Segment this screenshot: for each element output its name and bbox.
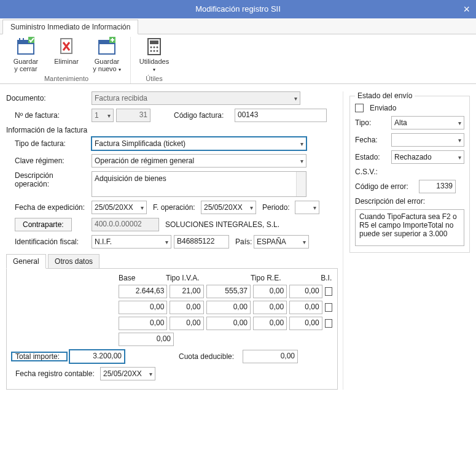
cell-tipo-re[interactable]: 0,00 [253, 285, 287, 298]
guardar-nuevo-button[interactable]: Guardary nuevo ▾ [88, 37, 125, 74]
fecha-envio-input[interactable] [391, 133, 464, 147]
svg-rect-2 [28, 37, 34, 43]
guardar-cerrar-button[interactable]: Guardary cerrar [7, 37, 44, 74]
label-codfactura: Código factura: [174, 111, 232, 120]
col-base: Base [119, 274, 163, 282]
enviado-checkbox[interactable] [355, 104, 364, 112]
label-desc-error: Descripción del error: [355, 197, 425, 206]
label-desc-op: Descripción operación: [6, 171, 89, 188]
grid-row: 0,00 0,00 0,00 0,00 0,00 [12, 301, 332, 314]
ident-num-input[interactable]: B46885122 [174, 235, 229, 249]
label-f-operacion: F. operación: [149, 203, 198, 212]
ident-tipo-select[interactable]: N.I.F. [92, 235, 171, 249]
periodo-select[interactable] [295, 201, 319, 214]
grid-row: 0,00 0,00 0,00 0,00 0,00 [12, 317, 332, 330]
label-estado-envio: Estado: [355, 153, 389, 161]
ribbon-group-mantenimiento: Guardary cerrar Eliminar Guardary nuevo … [2, 37, 131, 83]
label-fecha-reg-cont: Fecha registro contable: [12, 369, 98, 378]
documento-select[interactable]: Factura recibida [92, 91, 300, 105]
section-info-factura: Información de la factura [6, 126, 338, 134]
svg-rect-8 [150, 40, 158, 44]
f-operacion-input[interactable]: 25/05/20XX [201, 201, 256, 214]
label-clave-regimen: Clave régimen: [6, 156, 89, 165]
svg-point-9 [150, 47, 152, 48]
grid-row: 2.644,63 21,00 555,37 0,00 0,00 [12, 285, 332, 298]
ribbon-group-utiles: Utilidades▾ Útiles [131, 37, 178, 83]
subtabs: General Otros datos [6, 253, 338, 269]
cell-re[interactable]: 0,00 [289, 285, 322, 298]
scrollbar[interactable] [296, 172, 306, 196]
estado-envio-select[interactable]: Rechazado [391, 150, 464, 164]
fecha-reg-cont-input[interactable]: 25/05/20XX [100, 367, 155, 380]
calculator-icon [144, 37, 164, 56]
label-contraparte: Contraparte: [6, 218, 89, 231]
legend-estado-envio: Estado del envío [355, 91, 415, 100]
contraparte-codigo: 400.0.0.00002 [92, 218, 159, 231]
svg-point-13 [154, 50, 155, 52]
nfactura-serie-select[interactable]: 1 [92, 109, 114, 122]
svg-point-10 [154, 47, 155, 48]
tipo-factura-select[interactable]: Factura Simplificada (ticket) [92, 137, 306, 150]
contraparte-nombre: SOLUCIONES INTEGRALES, S.L. [162, 220, 279, 229]
close-icon[interactable]: × [463, 0, 470, 18]
eliminar-button[interactable]: Eliminar [48, 37, 85, 74]
label-documento: Documento: [6, 94, 89, 102]
cell-extra-base[interactable]: 0,00 [119, 333, 174, 346]
cell-bi-checkbox[interactable] [325, 319, 332, 328]
grid-general: Base Tipo I.V.A. Tipo R.E. B.I. 2.644,63… [6, 269, 338, 390]
cell-iva[interactable]: 555,37 [206, 285, 251, 298]
utilidades-button[interactable]: Utilidades▾ [136, 37, 173, 74]
label-enviado: Enviado [370, 104, 396, 112]
label-csv: C.S.V.: [355, 168, 378, 176]
cell-base[interactable]: 2.644,63 [119, 285, 167, 298]
window-titlebar: Modificación registro SII × [0, 0, 476, 18]
estado-envio-fieldset: Estado del envío Enviado Tipo: Alta Fech… [349, 91, 470, 253]
label-cuota-deducible: Cuota deducible: [179, 352, 240, 361]
ribbon-group-label-util: Útiles [136, 75, 173, 82]
svg-point-11 [157, 47, 158, 48]
desc-op-textarea[interactable]: Adquisición de bienes [92, 171, 306, 197]
cod-error-input[interactable]: 1339 [419, 180, 456, 193]
save-new-icon [97, 37, 117, 56]
total-importe-input[interactable]: 3.200,00 [69, 350, 125, 363]
col-bi: B.I. [321, 274, 332, 282]
right-column: Estado del envío Enviado Tipo: Alta Fech… [343, 91, 470, 390]
col-tipo-iva: Tipo I.V.A. [166, 274, 201, 282]
tipo-envio-select[interactable]: Alta [391, 116, 464, 129]
label-periodo: Periodo: [259, 203, 292, 212]
delete-icon [57, 37, 76, 56]
label-total-importe: Total importe: [12, 352, 67, 361]
cuota-deducible-input[interactable]: 0,00 [243, 350, 298, 363]
label-ident-fiscal: Identificación fiscal: [6, 237, 89, 246]
label-nfactura: Nº de factura: [6, 111, 89, 120]
fecha-exp-input[interactable]: 25/05/20XX [92, 201, 147, 214]
nfactura-num-input[interactable]: 31 [116, 109, 150, 122]
label-fecha-envio: Fecha: [355, 136, 389, 144]
codfactura-input[interactable]: 00143 [235, 109, 327, 122]
label-tipo-factura: Tipo de factura: [6, 139, 89, 148]
cell-bi-checkbox[interactable] [325, 287, 332, 296]
label-cod-error: Código de error: [355, 182, 416, 191]
label-tipo-envio: Tipo: [355, 118, 389, 127]
window-title: Modificación registro SII [195, 4, 281, 14]
tab-general[interactable]: General [6, 254, 46, 269]
desc-error-text: Cuando TipoFactura sea F2 o R5 el campo … [355, 209, 464, 246]
label-fecha-exp: Fecha de expedición: [6, 203, 89, 212]
tabstrip: Suministro Inmediato de Información [0, 18, 476, 34]
tab-sii[interactable]: Suministro Inmediato de Información [2, 20, 138, 34]
label-pais: País: [232, 237, 251, 246]
left-column: Documento: Factura recibida Nº de factur… [6, 91, 338, 390]
ribbon-group-label-mant: Mantenimiento [7, 75, 125, 82]
cell-tipo-iva[interactable]: 21,00 [170, 285, 203, 298]
save-close-icon [16, 37, 36, 56]
svg-point-12 [150, 50, 152, 52]
pais-select[interactable]: ESPAÑA [254, 235, 309, 249]
contraparte-button[interactable]: Contraparte: [15, 218, 72, 231]
clave-regimen-select[interactable]: Operación de régimen general [92, 154, 306, 168]
col-tipo-re: Tipo R.E. [251, 274, 286, 282]
ribbon: Guardary cerrar Eliminar Guardary nuevo … [0, 34, 476, 84]
grid-row-extra: 0,00 [12, 333, 332, 346]
cell-bi-checkbox[interactable] [325, 303, 332, 312]
tab-otros-datos[interactable]: Otros datos [48, 254, 99, 269]
svg-point-14 [157, 50, 158, 52]
